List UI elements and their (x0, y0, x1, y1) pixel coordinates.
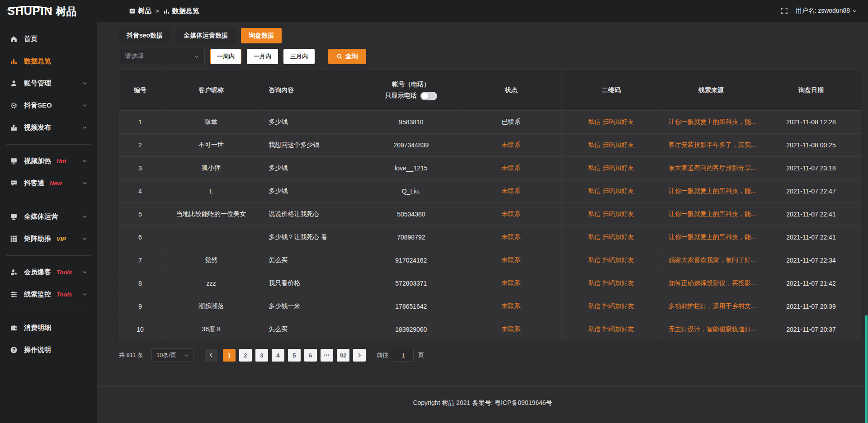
sidebar-item-monitor[interactable]: 全媒体运营 (0, 206, 97, 228)
user-menu[interactable]: 用户名: zswodun88 (795, 7, 857, 15)
page-ellipsis[interactable]: ••• (321, 349, 333, 362)
page-button-2[interactable]: 2 (239, 349, 252, 362)
cell-lead-source[interactable]: 让你一眼就爱上的黑科技，能... (661, 203, 761, 226)
sidebar-item-label: 视频加热 (24, 157, 51, 165)
sidebar-item-question[interactable]: 操作说明 (0, 339, 97, 361)
table-row: 9潮起潮落多少钱一米178651642未联系私信 扫码加好友多功能护栏灯，适用于… (119, 295, 861, 318)
phone-only-row: 只显示电话 (361, 92, 461, 100)
cell-qr-links[interactable]: 私信 扫码加好友 (561, 272, 661, 295)
sidebar-item-label: 消费明细 (24, 324, 51, 332)
cell-inquiry: 我只看价格 (261, 272, 361, 295)
tab-media-operation-data[interactable]: 全媒体运营数据 (176, 28, 236, 43)
cell-lead-source[interactable]: 让你一眼就爱上的黑科技，能... (661, 111, 761, 134)
cell-status: 已联系 (461, 111, 561, 134)
cell-index: 5 (119, 203, 161, 226)
page-button-4[interactable]: 4 (272, 349, 284, 362)
col-status: 状态 (461, 70, 561, 111)
range-quarter-button[interactable]: 三月内 (283, 49, 315, 64)
topbar: SHUPIN 树品 树品 > 数据总览 用户名: zswodun88 (0, 0, 868, 22)
page-size-select[interactable]: 10条/页 (151, 348, 194, 362)
range-month-button[interactable]: 一月内 (247, 49, 278, 64)
tab-inquiry-data[interactable]: 询盘数据 (241, 28, 282, 43)
cell-inquiry-date: 2021-11-07 23:18 (761, 157, 861, 180)
table-row: 1036度 8怎么买183929060未联系私信 扫码加好友无主灯设计，智能磁吸… (119, 318, 861, 341)
sidebar-item-grid[interactable]: 矩阵助推VIP (0, 228, 97, 250)
col-inquiry-content: 咨询内容 (261, 70, 361, 111)
page-button-1[interactable]: 1 (223, 349, 236, 362)
cell-status: 未联系 (461, 249, 561, 272)
chevron-down-icon (82, 103, 87, 108)
sidebar-item-chat[interactable]: 抖客通New (0, 172, 97, 194)
cell-qr-links[interactable]: 私信 扫码加好友 (561, 134, 661, 157)
page-button-6[interactable]: 6 (304, 349, 317, 362)
sidebar-item-user[interactable]: 账号管理 (0, 72, 97, 94)
cell-qr-links[interactable]: 私信 扫码加好友 (561, 295, 661, 318)
table-row: 3狐小狸多少钱love__1215未联系私信 扫码加好友被大家追着问的客厅投影分… (119, 157, 861, 180)
sidebar-divider (6, 144, 91, 145)
sidebar-item-video-publish[interactable]: 视频发布 (0, 117, 97, 139)
cell-inquiry: 怎么买 (261, 318, 361, 341)
query-button[interactable]: 查询 (328, 49, 366, 64)
cell-lead-source[interactable]: 让你一眼就爱上的黑科技，能... (661, 226, 761, 249)
prev-page-button[interactable] (205, 349, 217, 362)
cell-lead-source[interactable]: 让你一眼就爱上的黑科技，能... (661, 180, 761, 203)
cell-qr-links[interactable]: 私信 扫码加好友 (561, 111, 661, 134)
page-button-5[interactable]: 5 (288, 349, 301, 362)
sidebar-item-label: 矩阵助推 (24, 235, 51, 243)
cell-status: 未联系 (461, 226, 561, 249)
cell-nickname: 潮起潮落 (161, 295, 261, 318)
user-icon (10, 80, 18, 87)
sidebar-item-wallet[interactable]: 消费明细 (0, 317, 97, 339)
cell-qr-links[interactable]: 私信 扫码加好友 (561, 318, 661, 341)
page-footer: Copyright 树品 2021 备案号: 粤ICP备09019646号 (97, 386, 868, 423)
cell-lead-source[interactable]: 如何正确选择投影仪，买投影... (661, 272, 761, 295)
cell-lead-source[interactable]: 客厅安装投影半年多了，真实... (661, 134, 761, 157)
sidebar-item-screen-heat[interactable]: 视频加热Hot (0, 150, 97, 172)
page-list: 123456•••92 (221, 349, 351, 362)
main-content: 抖音seo数据全媒体运营数据询盘数据 请选择 一周内一月内三月内 查询 编号 客… (97, 0, 868, 423)
filter-select[interactable]: 请选择 (119, 49, 205, 64)
cell-lead-source[interactable]: 被大家追着问的客厅投影分享... (661, 157, 761, 180)
col-inquiry-date: 询盘日期 (761, 70, 861, 111)
cell-status: 未联系 (461, 272, 561, 295)
goto-page-input[interactable] (393, 349, 414, 362)
phone-only-toggle[interactable] (420, 92, 437, 100)
cell-index: 10 (119, 318, 161, 341)
breadcrumb-home[interactable]: 树品 (129, 7, 151, 15)
next-page-button[interactable] (353, 349, 366, 362)
sidebar-item-gear[interactable]: 抖音SEO (0, 94, 97, 117)
cell-qr-links[interactable]: 私信 扫码加好友 (561, 157, 661, 180)
cell-status: 未联系 (461, 318, 561, 341)
page-button-92[interactable]: 92 (337, 349, 349, 362)
fullscreen-icon[interactable] (781, 7, 788, 14)
cell-inquiry: 怎么买 (261, 249, 361, 272)
cell-qr-links[interactable]: 私信 扫码加好友 (561, 249, 661, 272)
chevron-down-icon (194, 54, 199, 59)
cell-lead-source[interactable]: 多功能护栏灯，适用于乡村文... (661, 295, 761, 318)
chevron-down-icon (82, 214, 87, 219)
inquiry-table: 编号 客户昵称 咨询内容 帐号（电话） 只显示电话 状态 二维码 线索来源 询盘… (119, 70, 861, 341)
cell-qr-links[interactable]: 私信 扫码加好友 (561, 203, 661, 226)
scrollbar-thumb[interactable] (865, 315, 868, 423)
sidebar-item-member[interactable]: 会员爆客Tools (0, 261, 97, 283)
breadcrumb-separator: > (156, 8, 159, 14)
chat-icon (10, 179, 18, 187)
sidebar-item-bar-chart[interactable]: 数据总览 (0, 50, 97, 72)
col-index: 编号 (119, 70, 161, 111)
sidebar-item-sliders[interactable]: 线索监控Tools (0, 283, 97, 306)
username-label: 用户名: zswodun88 (795, 7, 850, 15)
cell-lead-source[interactable]: 无主灯设计，智能磁吸轨道灯... (661, 318, 761, 341)
cell-account: 183929060 (361, 318, 461, 341)
range-week-button[interactable]: 一周内 (210, 49, 241, 64)
query-button-label: 查询 (345, 52, 358, 61)
sidebar-item-label: 操作说明 (24, 346, 51, 354)
tab-douyin-seo-data[interactable]: 抖音seo数据 (119, 28, 170, 43)
cell-qr-links[interactable]: 私信 扫码加好友 (561, 226, 661, 249)
sidebar-item-home[interactable]: 首页 (0, 28, 97, 50)
page-button-3[interactable]: 3 (255, 349, 268, 362)
sidebar-item-label: 抖音SEO (24, 101, 52, 110)
cell-lead-source[interactable]: 感谢大家喜欢我家，被问了好... (661, 249, 761, 272)
cell-index: 9 (119, 295, 161, 318)
cell-status: 未联系 (461, 157, 561, 180)
cell-qr-links[interactable]: 私信 扫码加好友 (561, 180, 661, 203)
